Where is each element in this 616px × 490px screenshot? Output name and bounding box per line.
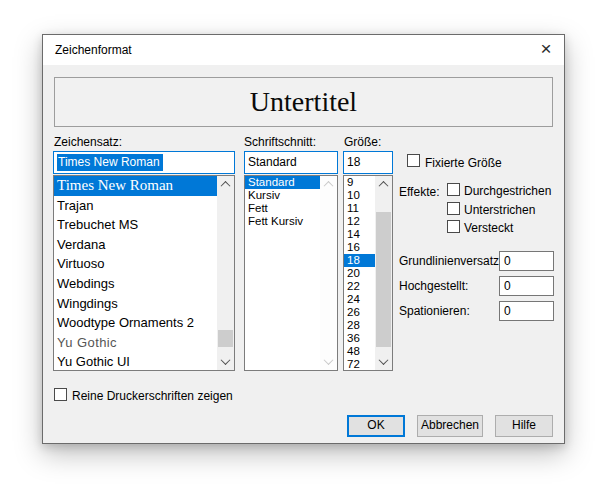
cancel-button[interactable]: Abbrechen — [417, 415, 483, 437]
list-item[interactable]: 28 — [344, 319, 375, 332]
versteckt-label: Versteckt — [464, 221, 513, 235]
style-list-scrollbar — [320, 176, 337, 370]
list-item[interactable]: Trajan — [54, 196, 217, 216]
checkbox-reine-druckerschriften[interactable] — [54, 388, 67, 401]
size-list-scrollbar[interactable] — [375, 176, 392, 370]
scroll-up-icon[interactable] — [217, 176, 234, 193]
spationieren-input[interactable]: 0 — [499, 301, 554, 321]
style-list[interactable]: StandardKursivFettFett Kursiv — [244, 175, 338, 371]
list-item[interactable]: Standard — [245, 176, 320, 189]
dialog-title: Zeichenformat — [55, 35, 132, 65]
scroll-down-icon — [320, 353, 337, 370]
font-list[interactable]: Times New RomanTrajanTrebuchet MSVerdana… — [53, 175, 235, 371]
durchgestrichen-label: Durchgestrichen — [464, 184, 551, 198]
close-icon: × — [540, 38, 551, 59]
ok-button[interactable]: OK — [347, 415, 405, 437]
unterstrichen-label: Unterstrichen — [464, 203, 535, 217]
list-item[interactable]: Verdana — [54, 235, 217, 255]
list-item[interactable]: Yu Gothic UI — [54, 352, 217, 371]
style-list-items: StandardKursivFettFett Kursiv — [245, 176, 320, 370]
list-item[interactable]: Times New Roman — [54, 176, 217, 196]
list-item[interactable]: Fett Kursiv — [245, 215, 320, 228]
checkbox-versteckt[interactable] — [447, 220, 460, 233]
checkbox-unterstrichen[interactable] — [447, 202, 460, 215]
font-size-input[interactable]: 18 — [343, 151, 393, 174]
list-item[interactable]: Yu Gothic — [54, 333, 217, 353]
font-name-value: Times New Roman — [57, 154, 163, 171]
size-scrollbar-thumb[interactable] — [376, 212, 391, 347]
list-item[interactable]: 16 — [344, 241, 375, 254]
help-button[interactable]: Hilfe — [495, 415, 553, 437]
grundlinienversatz-input[interactable]: 0 — [499, 251, 554, 271]
list-item[interactable]: Fett — [245, 202, 320, 215]
effekte-label: Effekte: — [399, 185, 439, 199]
list-item[interactable]: 48 — [344, 345, 375, 358]
grundlinienversatz-label: Grundlinienversatz: — [399, 254, 502, 268]
list-item[interactable]: 24 — [344, 293, 375, 306]
list-item[interactable]: 9 — [344, 176, 375, 189]
titlebar[interactable]: Zeichenformat × — [43, 35, 564, 65]
checkbox-durchgestrichen[interactable] — [447, 183, 460, 196]
list-item[interactable]: 20 — [344, 267, 375, 280]
list-item[interactable]: Virtuoso — [54, 254, 217, 274]
list-item[interactable]: 72 — [344, 358, 375, 371]
scroll-down-icon[interactable] — [217, 353, 234, 370]
font-list-scrollbar[interactable] — [217, 176, 234, 370]
list-item[interactable]: Wingdings — [54, 294, 217, 314]
reine-druckerschriften-label: Reine Druckerschriften zeigen — [72, 389, 233, 403]
hochgestellt-label: Hochgestellt: — [399, 279, 468, 293]
list-item[interactable]: 26 — [344, 306, 375, 319]
list-item[interactable]: 22 — [344, 280, 375, 293]
font-size-value: 18 — [347, 155, 360, 169]
list-item[interactable]: Trebuchet MS — [54, 215, 217, 235]
preview-text: Untertitel — [250, 86, 357, 118]
list-item[interactable]: Kursiv — [245, 189, 320, 202]
font-name-input[interactable]: Times New Roman — [53, 151, 235, 174]
spationieren-label: Spationieren: — [399, 304, 470, 318]
list-item[interactable]: 36 — [344, 332, 375, 345]
list-item[interactable]: 14 — [344, 228, 375, 241]
scroll-down-icon[interactable] — [375, 353, 392, 370]
font-style-input[interactable]: Standard — [244, 151, 338, 174]
font-label: Zeichensatz: — [54, 135, 122, 149]
zeichenformat-dialog: Zeichenformat × Untertitel Zeichensatz: … — [42, 34, 565, 444]
list-item[interactable]: 18 — [344, 254, 375, 267]
list-item[interactable]: Webdings — [54, 274, 217, 294]
checkbox-fixierte-groesse[interactable] — [407, 154, 420, 167]
font-style-value: Standard — [248, 155, 297, 169]
list-item[interactable]: 10 — [344, 189, 375, 202]
size-label: Größe: — [344, 135, 381, 149]
size-list[interactable]: 91011121416182022242628364872 — [343, 175, 393, 371]
font-list-items: Times New RomanTrajanTrebuchet MSVerdana… — [54, 176, 217, 370]
fixierte-groesse-label: Fixierte Größe — [425, 156, 502, 170]
list-item[interactable]: Woodtype Ornaments 2 — [54, 313, 217, 333]
scroll-up-icon — [320, 176, 337, 193]
size-list-items: 91011121416182022242628364872 — [344, 176, 375, 370]
screen: Zeichenformat × Untertitel Zeichensatz: … — [0, 0, 616, 490]
style-label: Schriftschnitt: — [244, 135, 316, 149]
list-item[interactable]: 12 — [344, 215, 375, 228]
list-item[interactable]: 11 — [344, 202, 375, 215]
font-scrollbar-thumb[interactable] — [218, 330, 233, 347]
scroll-up-icon[interactable] — [375, 176, 392, 193]
preview-box: Untertitel — [54, 77, 553, 127]
hochgestellt-input[interactable]: 0 — [499, 276, 554, 296]
close-button[interactable]: × — [528, 35, 564, 65]
